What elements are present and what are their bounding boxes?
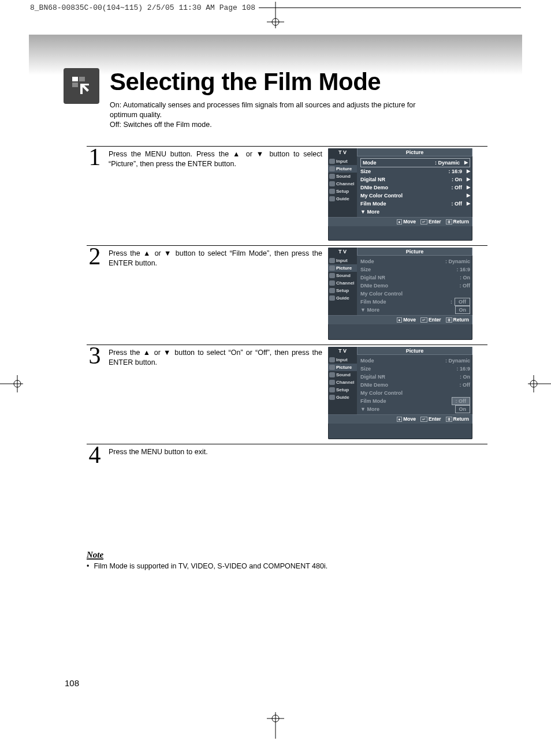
- registration-mark-right: [528, 375, 551, 394]
- osd-main-panel: Mode: Dynamic▶ Size: 16:9▶ Digital NR: O…: [357, 156, 472, 217]
- print-header-text: 8_BN68-00835C-00(104~115) 2/5/05 11:30 A…: [30, 3, 255, 12]
- osd-row-dnie: DNIe Demo: Off▶: [360, 184, 470, 192]
- step-1-number: 1: [87, 147, 103, 241]
- osd-screenshot-3: T V Picture Input Picture Sound Channel …: [328, 347, 472, 439]
- step-4-text: Press the MENU button to exit.: [109, 446, 487, 469]
- note-bullet: •: [87, 562, 89, 570]
- osd-side-input: Input: [328, 158, 357, 165]
- note-heading: Note: [87, 550, 103, 560]
- registration-mark-bottom: [267, 712, 284, 739]
- osd-row-size: Size: 16:9▶: [360, 167, 470, 175]
- osd-side-picture: Picture: [328, 165, 357, 173]
- intro-off-text: Off: Switches off the Film mode.: [110, 120, 433, 130]
- registration-mark-left: [0, 375, 23, 394]
- osd-sidebar: Input Picture Sound Channel Setup Guide: [328, 156, 357, 217]
- osd-row-mcc: My Color Control▶: [360, 192, 470, 200]
- step-2-number: 2: [87, 246, 103, 340]
- osd-row-mode: Mode: Dynamic▶: [360, 158, 470, 167]
- intro-on-text: On: Automatically senses and processes f…: [110, 100, 433, 120]
- step-3-number: 3: [87, 345, 103, 439]
- step-1-text: Press the MENU button. Press the ▲ or ▼ …: [109, 148, 322, 241]
- osd-side-setup: Setup: [328, 188, 357, 195]
- page-number: 108: [65, 678, 79, 688]
- osd-row-dnr: Digital NR: On▶: [360, 175, 470, 184]
- osd-row-more: ▼ More: [360, 208, 470, 216]
- step-3-text: Press the ▲ or ▼ button to select “On” o…: [109, 347, 322, 439]
- page-title: Selecting the Film Mode: [110, 68, 433, 96]
- osd-row-film: Film Mode: Off▶: [360, 200, 470, 208]
- osd-panel-title: Picture: [357, 148, 472, 156]
- osd-side-sound: Sound: [328, 173, 357, 180]
- osd-side-channel: Channel: [328, 180, 357, 188]
- osd-tv-label: T V: [328, 148, 357, 156]
- osd-screenshot-1: T V Picture Input Picture Sound Channel …: [328, 148, 472, 241]
- svg-rect-14: [72, 83, 78, 87]
- step-4-number: 4: [87, 444, 103, 469]
- section-icon: [64, 68, 99, 104]
- osd-screenshot-2: T V Picture Input Picture Sound Channel …: [328, 248, 472, 340]
- registration-mark-top: [267, 2, 284, 28]
- svg-rect-13: [79, 77, 85, 81]
- osd-side-guide: Guide: [328, 195, 357, 203]
- osd-footer: ♦Move ↵Enter ⅢReturn: [328, 217, 472, 226]
- header-rule: [259, 8, 521, 8]
- step-2-text: Press the ▲ or ▼ button to select “Film …: [109, 248, 322, 340]
- note-text: Film Mode is supported in TV, VIDEO, S-V…: [94, 562, 327, 570]
- svg-rect-12: [72, 77, 78, 81]
